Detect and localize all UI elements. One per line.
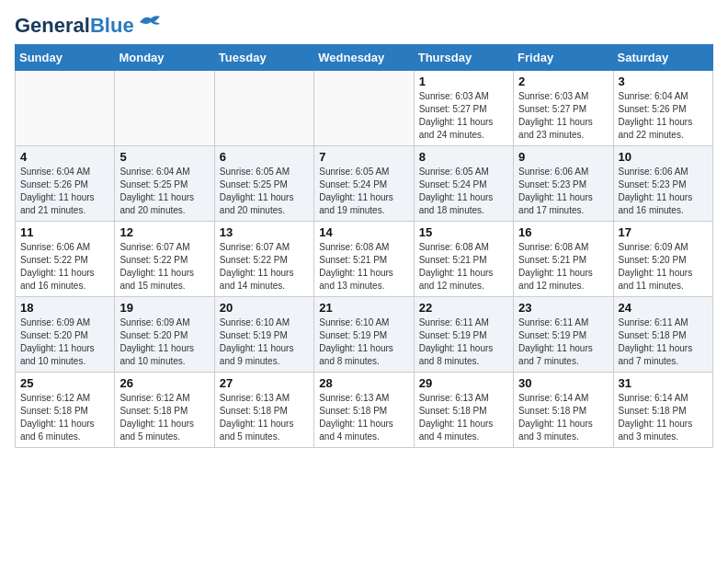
calendar-table: SundayMondayTuesdayWednesdayThursdayFrid…: [15, 44, 713, 448]
day-number: 5: [119, 150, 209, 164]
calendar-cell: 27Sunrise: 6:13 AM Sunset: 5:18 PM Dayli…: [214, 373, 313, 448]
day-info: Sunrise: 6:10 AM Sunset: 5:19 PM Dayligh…: [220, 316, 309, 368]
day-info: Sunrise: 6:11 AM Sunset: 5:19 PM Dayligh…: [518, 316, 608, 368]
day-info: Sunrise: 6:06 AM Sunset: 5:23 PM Dayligh…: [518, 166, 608, 217]
calendar-cell: 26Sunrise: 6:12 AM Sunset: 5:18 PM Dayli…: [115, 373, 214, 448]
calendar-header-row: SundayMondayTuesdayWednesdayThursdayFrid…: [16, 45, 713, 71]
calendar-cell: 9Sunrise: 6:06 AM Sunset: 5:23 PM Daylig…: [514, 146, 613, 222]
calendar-cell: 6Sunrise: 6:05 AM Sunset: 5:25 PM Daylig…: [214, 146, 313, 222]
day-number: 3: [619, 75, 708, 88]
weekday-header: Wednesday: [314, 45, 414, 71]
day-number: 15: [419, 225, 508, 239]
day-number: 4: [20, 150, 109, 164]
calendar-week-row: 18Sunrise: 6:09 AM Sunset: 5:20 PM Dayli…: [16, 297, 713, 373]
day-info: Sunrise: 6:11 AM Sunset: 5:19 PM Dayligh…: [419, 316, 508, 368]
day-info: Sunrise: 6:06 AM Sunset: 5:23 PM Dayligh…: [619, 166, 708, 217]
calendar-week-row: 11Sunrise: 6:06 AM Sunset: 5:22 PM Dayli…: [16, 222, 713, 297]
day-number: 28: [319, 376, 408, 390]
weekday-header: Monday: [115, 45, 214, 71]
page-header: GeneralBlue: [15, 15, 713, 37]
weekday-header: Tuesday: [214, 45, 313, 71]
calendar-cell: [115, 71, 214, 146]
day-info: Sunrise: 6:13 AM Sunset: 5:18 PM Dayligh…: [220, 392, 309, 443]
day-info: Sunrise: 6:08 AM Sunset: 5:21 PM Dayligh…: [419, 241, 508, 293]
calendar-cell: 8Sunrise: 6:05 AM Sunset: 5:24 PM Daylig…: [414, 146, 513, 222]
day-number: 29: [419, 376, 508, 390]
day-number: 8: [419, 150, 508, 164]
calendar-cell: 13Sunrise: 6:07 AM Sunset: 5:22 PM Dayli…: [214, 222, 313, 297]
calendar-cell: 19Sunrise: 6:09 AM Sunset: 5:20 PM Dayli…: [115, 297, 214, 373]
day-number: 7: [319, 150, 408, 164]
day-number: 10: [619, 150, 708, 164]
day-info: Sunrise: 6:11 AM Sunset: 5:18 PM Dayligh…: [619, 316, 708, 368]
day-number: 1: [419, 75, 508, 88]
day-info: Sunrise: 6:13 AM Sunset: 5:18 PM Dayligh…: [419, 392, 508, 443]
day-info: Sunrise: 6:06 AM Sunset: 5:22 PM Dayligh…: [20, 241, 109, 293]
calendar-cell: 25Sunrise: 6:12 AM Sunset: 5:18 PM Dayli…: [16, 373, 115, 448]
calendar-week-row: 1Sunrise: 6:03 AM Sunset: 5:27 PM Daylig…: [16, 71, 713, 146]
day-info: Sunrise: 6:04 AM Sunset: 5:26 PM Dayligh…: [20, 166, 109, 217]
calendar-cell: 7Sunrise: 6:05 AM Sunset: 5:24 PM Daylig…: [314, 146, 414, 222]
day-number: 17: [619, 225, 708, 239]
weekday-header: Friday: [514, 45, 613, 71]
day-number: 27: [220, 376, 309, 390]
day-number: 31: [619, 376, 708, 390]
calendar-cell: 18Sunrise: 6:09 AM Sunset: 5:20 PM Dayli…: [16, 297, 115, 373]
calendar-cell: 11Sunrise: 6:06 AM Sunset: 5:22 PM Dayli…: [16, 222, 115, 297]
day-number: 6: [220, 150, 309, 164]
day-number: 21: [319, 301, 408, 315]
day-number: 30: [518, 376, 608, 390]
day-info: Sunrise: 6:14 AM Sunset: 5:18 PM Dayligh…: [619, 392, 708, 443]
day-info: Sunrise: 6:13 AM Sunset: 5:18 PM Dayligh…: [319, 392, 408, 443]
day-info: Sunrise: 6:07 AM Sunset: 5:22 PM Dayligh…: [119, 241, 209, 293]
day-number: 18: [20, 301, 109, 315]
day-number: 14: [319, 225, 408, 239]
logo-text: GeneralBlue: [15, 15, 134, 37]
day-info: Sunrise: 6:12 AM Sunset: 5:18 PM Dayligh…: [20, 392, 109, 443]
calendar-cell: 29Sunrise: 6:13 AM Sunset: 5:18 PM Dayli…: [414, 373, 513, 448]
calendar-week-row: 4Sunrise: 6:04 AM Sunset: 5:26 PM Daylig…: [16, 146, 713, 222]
weekday-header: Sunday: [16, 45, 115, 71]
calendar-cell: 23Sunrise: 6:11 AM Sunset: 5:19 PM Dayli…: [514, 297, 613, 373]
day-number: 23: [518, 301, 608, 315]
day-info: Sunrise: 6:12 AM Sunset: 5:18 PM Dayligh…: [119, 392, 209, 443]
calendar-cell: 14Sunrise: 6:08 AM Sunset: 5:21 PM Dayli…: [314, 222, 414, 297]
logo-bird-icon: [138, 13, 162, 31]
calendar-cell: 12Sunrise: 6:07 AM Sunset: 5:22 PM Dayli…: [115, 222, 214, 297]
day-number: 20: [220, 301, 309, 315]
calendar-cell: 20Sunrise: 6:10 AM Sunset: 5:19 PM Dayli…: [214, 297, 313, 373]
calendar-cell: 3Sunrise: 6:04 AM Sunset: 5:26 PM Daylig…: [613, 71, 712, 146]
day-info: Sunrise: 6:04 AM Sunset: 5:25 PM Dayligh…: [119, 166, 209, 217]
calendar-cell: [16, 71, 115, 146]
calendar-cell: 10Sunrise: 6:06 AM Sunset: 5:23 PM Dayli…: [613, 146, 712, 222]
day-number: 16: [518, 225, 608, 239]
day-info: Sunrise: 6:14 AM Sunset: 5:18 PM Dayligh…: [518, 392, 608, 443]
day-info: Sunrise: 6:03 AM Sunset: 5:27 PM Dayligh…: [518, 90, 608, 142]
day-info: Sunrise: 6:09 AM Sunset: 5:20 PM Dayligh…: [619, 241, 708, 293]
day-number: 11: [20, 225, 109, 239]
day-number: 9: [518, 150, 608, 164]
day-info: Sunrise: 6:09 AM Sunset: 5:20 PM Dayligh…: [20, 316, 109, 368]
calendar-cell: 22Sunrise: 6:11 AM Sunset: 5:19 PM Dayli…: [414, 297, 513, 373]
day-info: Sunrise: 6:09 AM Sunset: 5:20 PM Dayligh…: [119, 316, 209, 368]
day-number: 25: [20, 376, 109, 390]
day-info: Sunrise: 6:05 AM Sunset: 5:25 PM Dayligh…: [220, 166, 309, 217]
day-number: 19: [119, 301, 209, 315]
day-number: 2: [518, 75, 608, 88]
calendar-cell: 30Sunrise: 6:14 AM Sunset: 5:18 PM Dayli…: [514, 373, 613, 448]
day-number: 24: [619, 301, 708, 315]
logo: GeneralBlue: [15, 15, 162, 37]
day-number: 13: [220, 225, 309, 239]
calendar-cell: 4Sunrise: 6:04 AM Sunset: 5:26 PM Daylig…: [16, 146, 115, 222]
calendar-cell: 31Sunrise: 6:14 AM Sunset: 5:18 PM Dayli…: [613, 373, 712, 448]
calendar-week-row: 25Sunrise: 6:12 AM Sunset: 5:18 PM Dayli…: [16, 373, 713, 448]
day-info: Sunrise: 6:08 AM Sunset: 5:21 PM Dayligh…: [518, 241, 608, 293]
day-number: 22: [419, 301, 508, 315]
weekday-header: Saturday: [613, 45, 712, 71]
calendar-cell: 1Sunrise: 6:03 AM Sunset: 5:27 PM Daylig…: [414, 71, 513, 146]
day-info: Sunrise: 6:05 AM Sunset: 5:24 PM Dayligh…: [319, 166, 408, 217]
calendar-cell: 24Sunrise: 6:11 AM Sunset: 5:18 PM Dayli…: [613, 297, 712, 373]
calendar-cell: [314, 71, 414, 146]
day-number: 12: [119, 225, 209, 239]
calendar-cell: 21Sunrise: 6:10 AM Sunset: 5:19 PM Dayli…: [314, 297, 414, 373]
